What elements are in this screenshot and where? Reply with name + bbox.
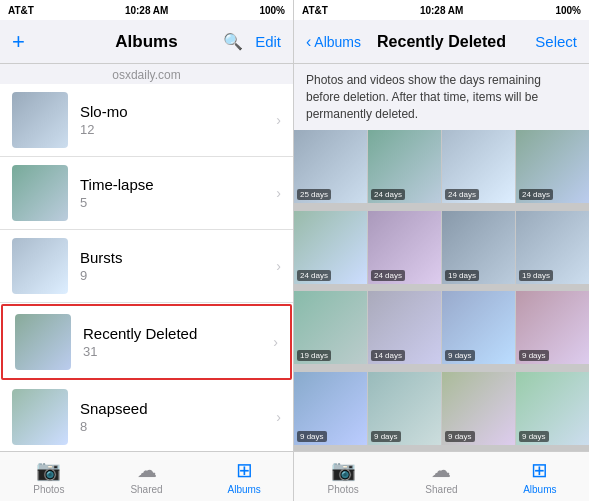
photo-cell-14[interactable]: 9 days xyxy=(442,372,515,445)
album-name-recently-deleted: Recently Deleted xyxy=(83,325,273,342)
recently-deleted-title: Recently Deleted xyxy=(377,33,506,51)
albums-title: Albums xyxy=(115,32,177,52)
days-badge-11: 9 days xyxy=(519,350,549,361)
days-badge-0: 25 days xyxy=(297,189,331,200)
chevron-timelapse: › xyxy=(276,185,281,201)
nav-bar-left: + Albums 🔍 Edit xyxy=(0,20,293,64)
nav-bar-right: ‹ Albums Recently Deleted Select xyxy=(294,20,589,64)
album-name-timelapse: Time-lapse xyxy=(80,176,276,193)
days-badge-4: 24 days xyxy=(297,270,331,281)
chevron-snapseed: › xyxy=(276,409,281,425)
left-panel: AT&T 10:28 AM 100% + Albums 🔍 Edit osxda… xyxy=(0,0,294,501)
album-item-slomo[interactable]: Slo-mo 12 › xyxy=(0,84,293,157)
photo-grid: 25 days 24 days 24 days 24 days 24 days … xyxy=(294,130,589,451)
album-count-timelapse: 5 xyxy=(80,195,276,210)
days-badge-13: 9 days xyxy=(371,431,401,442)
tab-bar-left: 📷 Photos ☁ Shared ⊞ Albums xyxy=(0,451,293,501)
search-icon[interactable]: 🔍 xyxy=(223,32,243,51)
days-badge-5: 24 days xyxy=(371,270,405,281)
photos-tab-icon-right: 📷 xyxy=(331,458,356,482)
photos-tab-label-right: Photos xyxy=(328,484,359,495)
photo-cell-15[interactable]: 9 days xyxy=(516,372,589,445)
album-item-timelapse[interactable]: Time-lapse 5 › xyxy=(0,157,293,230)
days-badge-6: 19 days xyxy=(445,270,479,281)
right-panel: AT&T 10:28 AM 100% ‹ Albums Recently Del… xyxy=(294,0,589,501)
days-badge-9: 14 days xyxy=(371,350,405,361)
album-info-snapseed: Snapseed 8 xyxy=(68,400,276,434)
chevron-recently-deleted: › xyxy=(273,334,278,350)
days-badge-3: 24 days xyxy=(519,189,553,200)
chevron-bursts: › xyxy=(276,258,281,274)
back-label: Albums xyxy=(314,34,361,50)
tab-photos-left[interactable]: 📷 Photos xyxy=(0,458,98,495)
album-thumb-snapseed xyxy=(12,389,68,445)
photo-cell-0[interactable]: 25 days xyxy=(294,130,367,203)
tab-shared-left[interactable]: ☁ Shared xyxy=(98,458,196,495)
photos-tab-icon: 📷 xyxy=(36,458,61,482)
albums-tab-label-right: Albums xyxy=(523,484,556,495)
photo-cell-3[interactable]: 24 days xyxy=(516,130,589,203)
time-left: 10:28 AM xyxy=(125,5,169,16)
tab-photos-right[interactable]: 📷 Photos xyxy=(294,458,392,495)
album-count-bursts: 9 xyxy=(80,268,276,283)
shared-tab-icon: ☁ xyxy=(137,458,157,482)
days-badge-15: 9 days xyxy=(519,431,549,442)
days-badge-10: 9 days xyxy=(445,350,475,361)
albums-tab-label: Albums xyxy=(228,484,261,495)
shared-tab-icon-right: ☁ xyxy=(431,458,451,482)
photo-cell-12[interactable]: 9 days xyxy=(294,372,367,445)
photo-cell-11[interactable]: 9 days xyxy=(516,291,589,364)
album-item-bursts[interactable]: Bursts 9 › xyxy=(0,230,293,303)
albums-tab-icon: ⊞ xyxy=(236,458,253,482)
photo-cell-4[interactable]: 24 days xyxy=(294,211,367,284)
album-name-snapseed: Snapseed xyxy=(80,400,276,417)
album-list: Slo-mo 12 › Time-lapse 5 › Bursts 9 xyxy=(0,84,293,451)
shared-tab-label: Shared xyxy=(130,484,162,495)
photo-cell-1[interactable]: 24 days xyxy=(368,130,441,203)
album-thumb-bursts xyxy=(12,238,68,294)
info-text: Photos and videos show the days remainin… xyxy=(294,64,589,130)
battery-right: 100% xyxy=(555,5,581,16)
photo-cell-9[interactable]: 14 days xyxy=(368,291,441,364)
add-button[interactable]: + xyxy=(12,31,25,53)
edit-button[interactable]: Edit xyxy=(255,33,281,50)
photo-cell-5[interactable]: 24 days xyxy=(368,211,441,284)
album-name-slomo: Slo-mo xyxy=(80,103,276,120)
chevron-slomo: › xyxy=(276,112,281,128)
photo-cell-8[interactable]: 19 days xyxy=(294,291,367,364)
photo-cell-6[interactable]: 19 days xyxy=(442,211,515,284)
album-info-recently-deleted: Recently Deleted 31 xyxy=(71,325,273,359)
album-info-bursts: Bursts 9 xyxy=(68,249,276,283)
days-badge-1: 24 days xyxy=(371,189,405,200)
photos-tab-label: Photos xyxy=(33,484,64,495)
album-count-recently-deleted: 31 xyxy=(83,344,273,359)
time-right: 10:28 AM xyxy=(420,5,464,16)
album-item-snapseed[interactable]: Snapseed 8 › xyxy=(0,381,293,451)
album-count-snapseed: 8 xyxy=(80,419,276,434)
photo-cell-2[interactable]: 24 days xyxy=(442,130,515,203)
album-name-bursts: Bursts xyxy=(80,249,276,266)
status-bar-right: AT&T 10:28 AM 100% xyxy=(294,0,589,20)
days-badge-7: 19 days xyxy=(519,270,553,281)
days-badge-8: 19 days xyxy=(297,350,331,361)
album-item-recently-deleted[interactable]: Recently Deleted 31 › xyxy=(1,304,292,380)
watermark: osxdaily.com xyxy=(0,64,293,84)
album-thumb-recently-deleted xyxy=(15,314,71,370)
days-badge-12: 9 days xyxy=(297,431,327,442)
tab-albums-left[interactable]: ⊞ Albums xyxy=(195,458,293,495)
back-chevron-icon: ‹ xyxy=(306,33,311,51)
tab-bar-right: 📷 Photos ☁ Shared ⊞ Albums xyxy=(294,451,589,501)
album-info-timelapse: Time-lapse 5 xyxy=(68,176,276,210)
photo-cell-7[interactable]: 19 days xyxy=(516,211,589,284)
photo-cell-13[interactable]: 9 days xyxy=(368,372,441,445)
select-button[interactable]: Select xyxy=(535,33,577,50)
tab-albums-right[interactable]: ⊞ Albums xyxy=(491,458,589,495)
album-info-slomo: Slo-mo 12 xyxy=(68,103,276,137)
tab-shared-right[interactable]: ☁ Shared xyxy=(392,458,490,495)
album-count-slomo: 12 xyxy=(80,122,276,137)
photo-cell-10[interactable]: 9 days xyxy=(442,291,515,364)
albums-tab-icon-right: ⊞ xyxy=(531,458,548,482)
nav-actions: 🔍 Edit xyxy=(223,32,281,51)
album-thumb-slomo xyxy=(12,92,68,148)
back-button[interactable]: ‹ Albums xyxy=(306,33,361,51)
